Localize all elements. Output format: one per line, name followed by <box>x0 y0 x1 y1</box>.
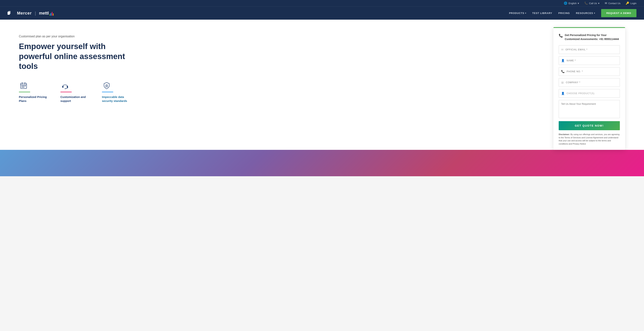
name-field-wrap: 👤 <box>559 56 620 65</box>
product-select[interactable]: CHOOSE PRODUCT(S) Assessments Proctoring… <box>566 89 618 98</box>
form-header: 📞 Get Personalized Pricing for Your Cust… <box>559 33 620 41</box>
call-caret: ▾ <box>598 2 600 5</box>
globe-icon: 🌐 <box>564 2 567 5</box>
hero-left: Customised plan as per your organisation… <box>19 31 132 103</box>
hero-section: Customised plan as per your organisation… <box>0 20 644 150</box>
request-demo-button[interactable]: REQUEST A DEMO <box>601 9 637 17</box>
svg-point-15 <box>106 86 107 86</box>
nav-pricing[interactable]: PRICING <box>558 12 570 14</box>
bottom-gradient-band <box>0 146 644 176</box>
disclaimer-text: Disclaimer: By using our offerings and s… <box>559 133 620 145</box>
person-circle-icon: 👤 <box>561 92 565 95</box>
company-field-wrap: 🏛 <box>559 78 620 87</box>
svg-rect-10 <box>23 87 24 88</box>
language-caret: ▾ <box>578 2 579 5</box>
nav-resources-label: RESOURCES <box>576 12 593 14</box>
get-quote-button[interactable]: GET QUOTE NOW! <box>559 121 620 130</box>
nav-test-library-label: TEST LIBRARY <box>532 12 552 14</box>
quote-form-card: 📞 Get Personalized Pricing for Your Cust… <box>554 27 625 150</box>
top-bar: 🌐 English ▾ 📞 Call Us ▾ ✉ Contact Us 🔑 L… <box>0 0 644 6</box>
requirement-textarea[interactable] <box>559 100 620 117</box>
contact-us-link[interactable]: ✉ Contact Us <box>605 2 620 5</box>
feature2-underline <box>60 92 72 92</box>
nav-resources[interactable]: RESOURCES ▾ <box>576 12 595 14</box>
name-input[interactable] <box>566 56 618 65</box>
svg-rect-7 <box>23 86 24 86</box>
feature1-label: Personalized Pricing Plans <box>19 95 49 103</box>
person-icon: 👤 <box>561 59 565 62</box>
mettl-logo-text: mettl <box>39 11 49 16</box>
nav-products-label: PRODUCTS <box>509 12 524 14</box>
contact-us-label: Contact Us <box>608 2 620 5</box>
mercer-logo-text: Mercer <box>17 11 32 16</box>
logo-divider: | <box>35 10 36 16</box>
email-input[interactable] <box>566 46 618 54</box>
phone-field-wrap: 📞 <box>559 67 620 76</box>
mettl-bars-icon <box>50 12 54 16</box>
mettl-logo: mettl <box>39 11 54 16</box>
feature-security: Impeccable data security standards <box>102 81 132 103</box>
phone-field-icon: 📞 <box>561 70 565 73</box>
svg-rect-8 <box>25 86 26 86</box>
email-icon: ✉ <box>605 2 607 5</box>
phone-green-icon: 📞 <box>559 34 563 38</box>
nav-products[interactable]: PRODUCTS ▾ <box>509 12 526 14</box>
svg-rect-6 <box>22 86 23 86</box>
feature2-label: Customization and support <box>60 95 90 103</box>
feature-customization: Customization and support <box>60 81 90 103</box>
headset-icon <box>60 81 70 90</box>
login-link[interactable]: 🔑 Login <box>626 2 636 5</box>
mercer-logo-icon <box>8 11 14 16</box>
company-input[interactable] <box>566 78 618 86</box>
svg-rect-1 <box>8 11 10 14</box>
call-us-link[interactable]: 📞 Call Us ▾ <box>584 2 600 5</box>
building-icon: 🏛 <box>561 81 564 84</box>
hero-subtitle: Customised plan as per your organisation <box>19 35 132 38</box>
svg-rect-11 <box>62 86 64 88</box>
product-field-wrap: 👤 CHOOSE PRODUCT(S) Assessments Proctori… <box>559 89 620 98</box>
logo-area: Mercer | mettl <box>8 10 54 16</box>
products-caret: ▾ <box>525 12 526 14</box>
calendar-icon <box>19 81 28 90</box>
features-list: Personalized Pricing Plans Customization… <box>19 81 132 103</box>
disclaimer-bold: Disclaimer: <box>559 133 570 136</box>
email-field-wrap: ✉ <box>559 45 620 54</box>
hero-title: Empower yourself with powerful online as… <box>19 42 132 71</box>
shield-lock-icon <box>102 81 111 90</box>
phone-icon: 📞 <box>584 2 588 5</box>
form-header-text: Get Personalized Pricing for Your Custom… <box>565 33 620 41</box>
login-label: Login <box>630 2 636 5</box>
requirement-textarea-wrap <box>559 100 620 118</box>
svg-rect-9 <box>22 87 23 88</box>
nav-test-library[interactable]: TEST LIBRARY <box>532 12 552 14</box>
feature3-underline <box>102 92 113 92</box>
language-selector[interactable]: 🌐 English ▾ <box>564 2 579 5</box>
nav-pricing-label: PRICING <box>558 12 570 14</box>
key-icon: 🔑 <box>626 2 629 5</box>
feature3-label: Impeccable data security standards <box>102 95 132 103</box>
resources-caret: ▾ <box>594 12 595 14</box>
language-label: English <box>568 2 576 5</box>
nav-links: PRODUCTS ▾ TEST LIBRARY PRICING RESOURCE… <box>509 9 636 17</box>
feature-personalized-pricing: Personalized Pricing Plans <box>19 81 49 103</box>
feature1-underline <box>19 92 30 92</box>
svg-point-13 <box>65 88 66 89</box>
phone-input[interactable] <box>566 67 618 76</box>
main-nav: Mercer | mettl PRODUCTS ▾ TEST LIBRARY P… <box>0 6 644 20</box>
email-field-icon: ✉ <box>561 48 564 51</box>
call-us-label: Call Us <box>589 2 597 5</box>
